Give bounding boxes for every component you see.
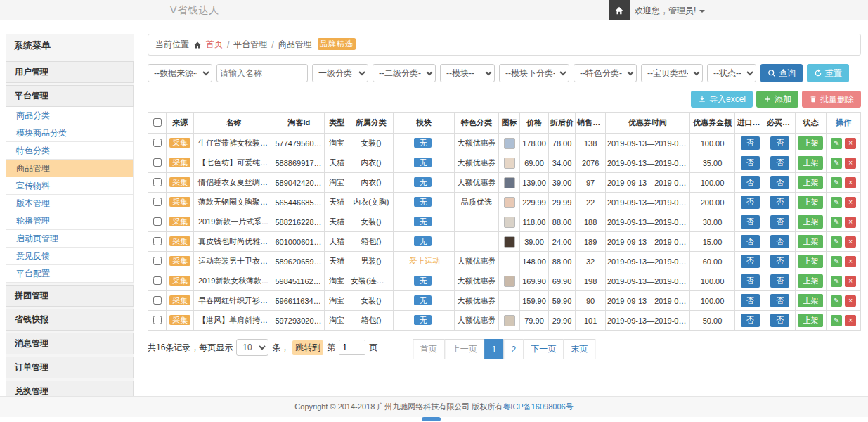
status-button[interactable]: 上架 xyxy=(798,314,823,327)
status-button[interactable]: 上架 xyxy=(798,136,823,150)
page-button[interactable]: 下一页 xyxy=(523,339,564,359)
status-button[interactable]: 上架 xyxy=(798,274,823,288)
edit-button[interactable]: ✎ xyxy=(831,295,842,307)
filter-level1-category[interactable]: 一级分类 xyxy=(312,64,368,82)
row-checkbox[interactable] xyxy=(153,237,162,245)
jump-button[interactable]: 跳转到 xyxy=(292,340,323,355)
sidebar-item[interactable]: 版本管理 xyxy=(6,195,134,212)
row-checkbox[interactable] xyxy=(153,296,162,305)
must-buy-toggle[interactable]: 否 xyxy=(770,196,789,209)
row-checkbox[interactable] xyxy=(153,276,162,285)
row-checkbox[interactable] xyxy=(153,257,162,265)
edit-button[interactable]: ✎ xyxy=(831,158,842,169)
horizontal-scrollbar-thumb[interactable] xyxy=(422,417,441,421)
row-checkbox[interactable] xyxy=(153,178,162,186)
import-select-toggle[interactable]: 否 xyxy=(741,215,760,229)
page-button[interactable]: 1 xyxy=(484,339,505,359)
must-buy-toggle[interactable]: 否 xyxy=(770,314,789,327)
page-button[interactable]: 2 xyxy=(504,339,524,359)
import-select-toggle[interactable]: 否 xyxy=(741,156,760,170)
sidebar-item[interactable]: 轮播管理 xyxy=(6,212,134,230)
filter-status[interactable]: --状态-- xyxy=(707,64,756,82)
sidebar-item[interactable]: 模块商品分类 xyxy=(6,124,134,142)
sidebar-item[interactable]: 特色分类 xyxy=(6,142,134,160)
delete-button[interactable]: × xyxy=(845,276,856,287)
edit-button[interactable]: ✎ xyxy=(831,315,842,326)
status-button[interactable]: 上架 xyxy=(798,156,823,170)
sidebar-item[interactable]: 商品管理 xyxy=(6,160,134,177)
delete-button[interactable]: × xyxy=(845,177,856,188)
status-button[interactable]: 上架 xyxy=(798,196,823,209)
import-select-toggle[interactable]: 否 xyxy=(741,176,760,189)
filter-module-subcategory[interactable]: --模块下分类-- xyxy=(499,64,569,82)
sidebar-item[interactable]: 意见反馈 xyxy=(6,248,134,265)
delete-button[interactable]: × xyxy=(845,217,856,228)
edit-button[interactable]: ✎ xyxy=(831,256,842,267)
must-buy-toggle[interactable]: 否 xyxy=(770,176,789,189)
edit-button[interactable]: ✎ xyxy=(831,197,842,208)
icp-link[interactable]: 粤ICP备16098006号 xyxy=(503,402,573,411)
import-select-toggle[interactable]: 否 xyxy=(741,314,760,327)
edit-button[interactable]: ✎ xyxy=(831,177,842,188)
page-button[interactable]: 末页 xyxy=(563,339,595,359)
must-buy-toggle[interactable]: 否 xyxy=(770,215,789,229)
sidebar-item[interactable]: 订单管理 xyxy=(6,357,134,378)
sidebar-item[interactable]: 消息管理 xyxy=(6,333,134,354)
filter-item-type[interactable]: --宝贝类型-- xyxy=(641,64,703,82)
row-checkbox[interactable] xyxy=(153,217,162,226)
import-select-toggle[interactable]: 否 xyxy=(741,235,760,248)
must-buy-toggle[interactable]: 否 xyxy=(770,274,789,288)
search-button[interactable]: 查询 xyxy=(760,64,803,82)
sidebar-item[interactable]: 宣传物料 xyxy=(6,177,134,195)
row-checkbox[interactable] xyxy=(153,158,162,167)
import-select-toggle[interactable]: 否 xyxy=(741,294,760,307)
edit-button[interactable]: ✎ xyxy=(831,276,842,287)
delete-button[interactable]: × xyxy=(845,295,856,307)
status-button[interactable]: 上架 xyxy=(798,215,823,229)
sidebar-item[interactable]: 启动页管理 xyxy=(6,230,134,248)
edit-button[interactable]: ✎ xyxy=(831,138,842,149)
must-buy-toggle[interactable]: 否 xyxy=(770,156,789,170)
row-checkbox[interactable] xyxy=(153,198,162,206)
must-buy-toggle[interactable]: 否 xyxy=(770,294,789,307)
delete-button[interactable]: × xyxy=(845,138,856,149)
must-buy-toggle[interactable]: 否 xyxy=(770,136,789,150)
import-select-toggle[interactable]: 否 xyxy=(741,274,760,288)
sidebar-item[interactable]: 省钱快报 xyxy=(6,309,134,331)
status-button[interactable]: 上架 xyxy=(798,294,823,307)
filter-data-source[interactable]: --数据来源-- xyxy=(148,64,212,82)
filter-level2-category[interactable]: --二级分类-- xyxy=(373,64,436,82)
status-button[interactable]: 上架 xyxy=(798,176,823,189)
page-button[interactable]: 首页 xyxy=(413,339,445,359)
delete-button[interactable]: × xyxy=(845,158,856,169)
must-buy-toggle[interactable]: 否 xyxy=(770,255,789,268)
select-all-checkbox[interactable] xyxy=(153,118,162,127)
sidebar-item[interactable]: 平台配置 xyxy=(6,265,134,283)
batch-delete-button[interactable]: 批量删除 xyxy=(802,91,861,108)
delete-button[interactable]: × xyxy=(845,197,856,208)
delete-button[interactable]: × xyxy=(845,236,856,248)
import-select-toggle[interactable]: 否 xyxy=(741,255,760,268)
edit-button[interactable]: ✎ xyxy=(831,217,842,228)
edit-button[interactable]: ✎ xyxy=(831,236,842,248)
sidebar-item[interactable]: 平台管理 xyxy=(6,85,134,107)
import-select-toggle[interactable]: 否 xyxy=(741,136,760,150)
home-button[interactable] xyxy=(609,0,630,20)
reset-button[interactable]: 重置 xyxy=(807,64,849,82)
sidebar-item[interactable]: 兑换管理 xyxy=(6,381,134,397)
user-menu[interactable]: 欢迎您，管理员! xyxy=(635,5,705,17)
status-button[interactable]: 上架 xyxy=(798,255,823,268)
per-page-select[interactable]: 10 xyxy=(236,339,268,356)
must-buy-toggle[interactable]: 否 xyxy=(770,235,789,248)
import-select-toggle[interactable]: 否 xyxy=(741,196,760,209)
add-button[interactable]: 添加 xyxy=(756,91,798,108)
import-excel-button[interactable]: 导入excel xyxy=(691,91,753,108)
name-search-input[interactable] xyxy=(216,64,308,82)
filter-module[interactable]: --模块-- xyxy=(440,64,495,82)
sidebar-item[interactable]: 用户管理 xyxy=(6,61,134,83)
row-checkbox[interactable] xyxy=(153,139,162,147)
delete-button[interactable]: × xyxy=(845,256,856,267)
row-checkbox[interactable] xyxy=(153,316,162,324)
filter-feature-category[interactable]: --特色分类-- xyxy=(574,64,637,82)
page-number-input[interactable] xyxy=(339,340,365,355)
